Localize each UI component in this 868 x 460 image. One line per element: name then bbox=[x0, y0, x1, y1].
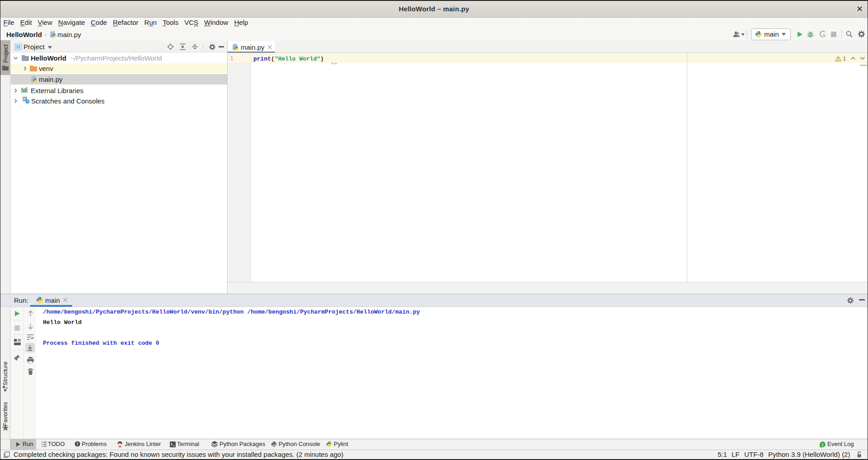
svg-text:1: 1 bbox=[821, 442, 824, 447]
